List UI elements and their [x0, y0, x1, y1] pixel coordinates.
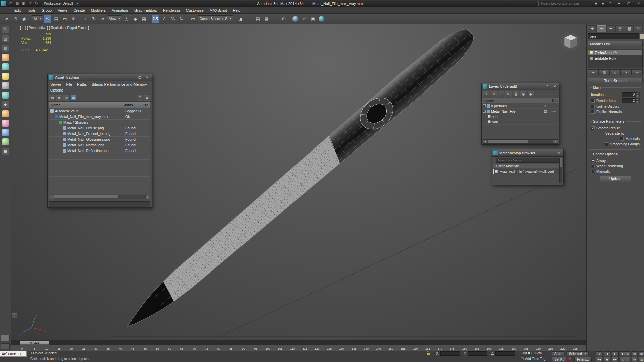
auto-key-button[interactable]: Auto: [552, 351, 564, 356]
object-color-swatch[interactable]: [640, 34, 644, 39]
iterations-value[interactable]: 0: [622, 92, 636, 97]
freeze-toggle-icon[interactable]: ◆: [528, 91, 534, 97]
maximize-button[interactable]: □: [624, 1, 633, 7]
pin-stack-button[interactable]: −: [588, 69, 599, 75]
add-selection-icon[interactable]: +: [498, 91, 504, 97]
scroll-right-icon[interactable]: ▸: [146, 195, 150, 199]
close-icon[interactable]: ✕: [556, 150, 562, 156]
selection-filter-dropdown[interactable]: All ▾: [32, 15, 43, 22]
layer-row[interactable]: pen -----: [482, 114, 559, 119]
select-and-scale-icon[interactable]: ▱: [98, 15, 107, 23]
make-unique-button[interactable]: ◇: [610, 69, 621, 75]
flyout-arrow-button[interactable]: ▸: [12, 313, 17, 318]
search-input[interactable]: [538, 1, 592, 6]
material-item[interactable]: Metal_Nail_File ( VRayMtl ) [Nail, pen]: [493, 169, 559, 174]
timeline-ruler[interactable]: 0510152025303540455055606570758085909510…: [11, 345, 586, 351]
maximize-viewport-toggle-icon[interactable]: ⊡: [639, 357, 644, 362]
set-key-button[interactable]: Set K.: [552, 357, 566, 362]
table-row[interactable]: Metal_Nail_File_max_vray.max Ok: [49, 114, 150, 120]
select-and-rotate-icon[interactable]: ↻: [90, 15, 98, 23]
left-tool-yellow-sphere-icon[interactable]: [2, 73, 9, 80]
menu-item[interactable]: MAXScript: [207, 8, 230, 12]
current-layer-check-icon[interactable]: ✓: [542, 104, 548, 108]
unlink-selection-icon[interactable]: ∅: [11, 15, 20, 23]
bind-to-space-warp-icon[interactable]: ◉: [20, 15, 29, 23]
render-iters-spinner[interactable]: 2 ▴▾: [622, 98, 640, 103]
window-crossing-icon[interactable]: ⊞: [69, 15, 78, 23]
rendered-frame-window-icon[interactable]: ▣: [309, 15, 317, 23]
minimize-button[interactable]: ─: [614, 1, 623, 7]
renderable-box-icon[interactable]: □: [542, 110, 548, 113]
next-key-icon[interactable]: ▶▶: [612, 357, 619, 362]
hide-toggle[interactable]: -----: [549, 120, 558, 123]
asset-tracking-menu-item[interactable]: Server: [50, 82, 61, 87]
time-slider[interactable]: 0 / 225: [20, 341, 49, 345]
info-icon[interactable]: ◉: [144, 95, 150, 101]
asset-tracking-menu-item[interactable]: File: [66, 82, 72, 87]
select-and-link-icon[interactable]: ∞: [3, 15, 11, 23]
modifier-list-dropdown[interactable]: Modifier List ▾: [588, 41, 643, 47]
y-coordinate-field[interactable]: Y:: [464, 351, 487, 356]
object-name-field[interactable]: [588, 33, 639, 39]
display-tab-icon[interactable]: ▤: [625, 25, 633, 32]
app-logo-icon[interactable]: [1, 1, 6, 6]
spin-down-icon[interactable]: ▾: [636, 101, 640, 103]
remove-modifier-button[interactable]: ✕: [621, 69, 632, 75]
show-end-result-button[interactable]: ▥: [599, 69, 610, 75]
key-filters-button[interactable]: Filters...: [574, 357, 592, 362]
nail-file-model[interactable]: [114, 24, 487, 340]
iterations-spinner[interactable]: 0 ▴▾: [622, 92, 640, 97]
create-tab-icon[interactable]: +: [588, 25, 597, 32]
configure-modifier-sets-button[interactable]: ≡: [632, 69, 643, 75]
viewcube[interactable]: [561, 33, 580, 51]
help-icon[interactable]: ?: [137, 95, 143, 101]
table-row[interactable]: Metal_Nail_Normal.png Found: [49, 142, 150, 148]
key-mode-dropdown[interactable]: Selected▾: [567, 351, 588, 356]
layer-row[interactable]: Nail -----: [482, 119, 559, 125]
column-proxy[interactable]: Pro: [141, 102, 150, 108]
viewport-label[interactable]: [ + ] [ Perspective ] [ Realistic + Edge…: [20, 26, 89, 30]
table-view-icon[interactable]: ▦: [70, 95, 76, 101]
delete-layer-icon[interactable]: ✕: [491, 91, 497, 97]
reference-coordinate-dropdown[interactable]: View ▾: [107, 15, 122, 22]
material-browser-titlebar[interactable]: Material/Map Browser ✕: [492, 149, 563, 157]
redo-icon[interactable]: ↻: [34, 1, 39, 6]
percent-snap-icon[interactable]: %: [169, 15, 177, 23]
x-coordinate-field[interactable]: X:: [436, 351, 460, 356]
scrollbar-thumb[interactable]: [560, 158, 562, 167]
menu-item[interactable]: Graph Editors: [131, 8, 160, 12]
edit-named-selection-sets-icon[interactable]: ▭: [189, 15, 197, 23]
refresh-icon[interactable]: ▤: [49, 95, 55, 101]
asset-tracking-titlebar[interactable]: Asset Tracking ─ □ ✕: [48, 74, 152, 81]
hide-toggle[interactable]: -----: [549, 104, 558, 107]
always-radio[interactable]: [591, 159, 595, 163]
layer-row[interactable]: − 0 (default) ✓ -----: [482, 103, 559, 109]
open-file-icon[interactable]: ▤: [14, 1, 20, 6]
column-status[interactable]: Status: [121, 102, 141, 108]
align-icon[interactable]: ≡: [245, 15, 253, 23]
render-production-icon[interactable]: [317, 15, 326, 23]
hide-toggle-icon[interactable]: ◉: [520, 91, 526, 97]
save-file-icon[interactable]: ▣: [21, 1, 26, 6]
expand-icon[interactable]: +: [483, 110, 486, 113]
column-layers[interactable]: Layers: [482, 99, 549, 103]
y-input[interactable]: [468, 351, 487, 356]
selection-lock-toggle[interactable]: [427, 351, 430, 355]
workspace-dropdown[interactable]: Workspace: Default ▾: [42, 1, 80, 6]
asset-tracking-menu-item[interactable]: Options: [50, 87, 63, 93]
spin-up-icon[interactable]: ▴: [636, 98, 640, 101]
zoom-all-icon[interactable]: ⊞: [632, 351, 637, 356]
left-tool-select-icon[interactable]: ↖: [2, 26, 9, 33]
modifier-enabled-bulb-icon[interactable]: [590, 51, 593, 54]
previous-key-icon[interactable]: ◀◀: [596, 357, 602, 362]
asset-tracking-menu-item[interactable]: Paths: [77, 82, 87, 87]
new-layer-icon[interactable]: +: [483, 91, 489, 97]
isoline-display-checkbox[interactable]: [591, 105, 595, 108]
left-tool-geometry-icon[interactable]: ◆: [2, 101, 9, 108]
scroll-right-icon[interactable]: ▸: [553, 140, 558, 143]
material-editor-icon[interactable]: [291, 15, 300, 23]
mirror-icon[interactable]: ◑: [236, 15, 245, 23]
graphite-ribbon-icon[interactable]: ▦: [262, 15, 271, 23]
scrollbar-thumb[interactable]: [54, 195, 118, 198]
hierarchy-tab-icon[interactable]: ≡: [606, 25, 615, 32]
